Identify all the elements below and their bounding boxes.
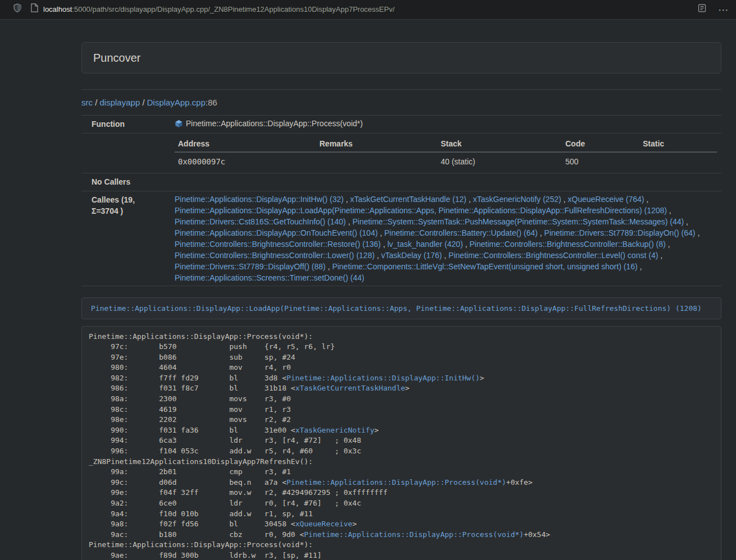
url-bar[interactable]: localhost:5000/path/src/displayapp/Displ… (43, 4, 395, 15)
callee-link[interactable]: Pinetime::Applications::DisplayApp::Init… (175, 195, 344, 204)
breadcrumb-line-number: :86 (205, 98, 217, 107)
callee-link[interactable]: vTaskDelay (176) (381, 251, 442, 260)
column-code: Code (562, 136, 639, 152)
column-remarks: Remarks (316, 136, 437, 152)
callee-link[interactable]: Pinetime::Applications::DisplayApp::Load… (175, 206, 667, 215)
stack-value: 40 (static) (437, 152, 562, 171)
breadcrumb-separator: / (93, 98, 100, 107)
remarks-value (316, 152, 437, 171)
overflow-menu-icon[interactable]: ⋯ (718, 4, 729, 15)
code-symbol-link[interactable]: xTaskGenericNotify (295, 426, 374, 434)
callee-link[interactable]: lv_task_handler (420) (387, 240, 463, 249)
callee-link[interactable]: Pinetime::Components::LittleVgl::SetNewT… (332, 262, 638, 271)
function-name: Pinetime::Applications::DisplayApp::Proc… (186, 119, 363, 128)
callers-cell (166, 173, 721, 191)
url-host: localhost (43, 5, 72, 13)
callee-link[interactable]: Pinetime::Drivers::St7789::DisplayOff() … (175, 262, 326, 271)
code-symbol-link[interactable]: xQueueReceive (295, 520, 353, 528)
shield-icon[interactable] (12, 2, 22, 16)
callee-link[interactable]: Pinetime::Applications::Screens::Timer::… (175, 273, 364, 282)
app-header: Puncover (81, 42, 721, 74)
divider (81, 89, 721, 90)
details-row: Address Remarks Stack Code Static 0x0000… (81, 134, 721, 173)
callee-link[interactable]: Pinetime::Drivers::St7789::DisplayOn() (… (544, 228, 695, 237)
function-row: Function Pinetime::Applications::Display… (81, 116, 721, 134)
page-icon (31, 3, 38, 15)
detail-value-row: 0x0000097c 40 (static) 500 (175, 152, 717, 171)
callee-link[interactable]: Pinetime::Applications::DisplayApp::OnTo… (175, 228, 378, 237)
column-static: Static (639, 136, 717, 152)
code-size-value: 500 (562, 152, 639, 171)
callees-label: Callees (19, Σ=3704 ) (81, 191, 166, 286)
callee-link[interactable]: Pinetime::Controllers::Battery::Update()… (385, 228, 538, 237)
page-title: Puncover (93, 50, 710, 66)
callee-link[interactable]: xQueueReceive (764) (568, 195, 644, 204)
browser-toolbar: localhost:5000/path/src/displayapp/Displ… (0, 0, 736, 20)
callers-row: No Callers (81, 173, 721, 191)
static-size-value (639, 152, 717, 171)
callee-link[interactable]: xTaskGenericNotify (252) (473, 195, 561, 204)
column-address: Address (175, 136, 316, 152)
reader-view-icon[interactable] (698, 4, 706, 15)
code-symbol-link[interactable]: Pinetime::Applications::DisplayApp::Proc… (304, 530, 524, 539)
breadcrumb-separator: / (140, 98, 147, 107)
callee-link[interactable]: Pinetime::Controllers::BrightnessControl… (469, 240, 665, 249)
code-symbol-link[interactable]: Pinetime::Applications::DisplayApp::Proc… (286, 478, 506, 486)
callees-row: Callees (19, Σ=3704 ) Pinetime::Applicat… (81, 191, 721, 286)
function-row-label: Function (81, 116, 166, 134)
code-symbol-link[interactable]: xTaskGetCurrentTaskHandle (295, 384, 405, 392)
callee-link[interactable]: Pinetime::System::SystemTask::PushMessag… (353, 217, 684, 226)
symbol-table: Function Pinetime::Applications::Display… (81, 115, 721, 286)
breadcrumb-link-displayapp.cpp[interactable]: DisplayApp.cpp (147, 98, 205, 107)
address-value: 0x0000097c (175, 152, 316, 171)
toolbar-right-actions: ⋯ (698, 0, 729, 20)
breadcrumb: src / displayapp / DisplayApp.cpp:86 (81, 97, 721, 108)
disassembly: Pinetime::Applications::DisplayApp::Proc… (81, 326, 721, 560)
details-row-spacer (81, 134, 166, 173)
callees-cell: Pinetime::Applications::DisplayApp::Init… (166, 191, 721, 286)
page-content: Puncover src / displayapp / DisplayApp.c… (81, 20, 721, 560)
breadcrumb-link-displayapp[interactable]: displayapp (100, 98, 140, 107)
no-callers-label: No Callers (81, 173, 166, 191)
detail-header-row: Address Remarks Stack Code Static (175, 136, 717, 152)
callee-link[interactable]: Pinetime::Drivers::Cst816S::GetTouchInfo… (175, 217, 346, 226)
highlighted-callee-panel: Pinetime::Applications::DisplayApp::Load… (81, 297, 721, 319)
callee-link[interactable]: Pinetime::Controllers::BrightnessControl… (175, 240, 381, 249)
highlighted-callee-link[interactable]: Pinetime::Applications::DisplayApp::Load… (91, 304, 702, 313)
function-type-icon (175, 120, 183, 131)
code-symbol-link[interactable]: Pinetime::Applications::DisplayApp::Init… (286, 374, 479, 382)
callee-link[interactable]: Pinetime::Controllers::BrightnessControl… (175, 251, 374, 260)
callee-link[interactable]: Pinetime::Controllers::BrightnessControl… (449, 251, 658, 260)
url-path: :5000/path/src/displayapp/DisplayApp.cpp… (72, 5, 395, 13)
column-stack: Stack (437, 136, 562, 152)
details-cell: Address Remarks Stack Code Static 0x0000… (166, 134, 721, 173)
function-cell: Pinetime::Applications::DisplayApp::Proc… (166, 116, 721, 134)
callee-link[interactable]: xTaskGetCurrentTaskHandle (12) (350, 195, 467, 204)
detail-table: Address Remarks Stack Code Static 0x0000… (175, 136, 717, 171)
breadcrumb-link-src[interactable]: src (81, 98, 93, 107)
